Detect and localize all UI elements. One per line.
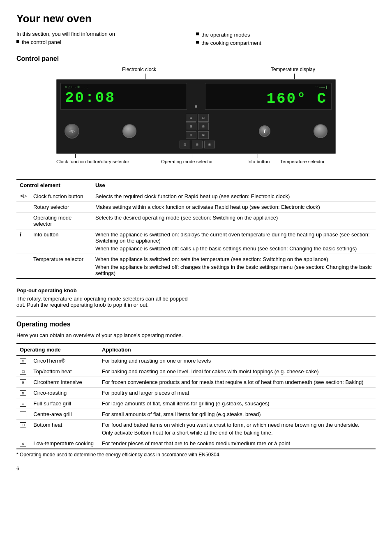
intro-text: In this section, you will find informati… xyxy=(16,31,196,37)
table-row: Operating mode selector Selects the desi… xyxy=(16,213,376,229)
op-mode-element-cell: Operating mode selector xyxy=(30,213,92,229)
mode-cell-6[interactable]: ⊠ xyxy=(198,131,209,139)
popout-text: The rotary, temperature and operating mo… xyxy=(16,296,189,308)
panel-center xyxy=(190,83,202,110)
mode-name-7: Bottom heat xyxy=(30,420,99,438)
page-title: Your new oven xyxy=(16,12,376,25)
mode-name-3: Circotherm intensive xyxy=(30,377,99,388)
footnote: * Operating mode used to determine the e… xyxy=(16,452,376,458)
info-use-cell: When the appliance is switched on: displ… xyxy=(92,229,376,254)
clock-func-btn-label: Clock function button xyxy=(56,159,100,164)
mode-app-7: For food and baked items on which you wa… xyxy=(99,420,376,438)
intro-control-panel: the control panel xyxy=(22,38,61,46)
clock-time: 20:08 xyxy=(65,90,182,106)
mode-icon-6: — xyxy=(16,409,30,420)
mode-icon-2: ☐ xyxy=(16,366,30,377)
clock-func-element-cell: Clock function button xyxy=(30,191,92,202)
temp-display: ⌒ ─══▐ 160° C xyxy=(205,83,332,110)
clock-func-use-cell: Selects the required clock function or R… xyxy=(92,191,376,202)
mode-icon-3: ⊞ xyxy=(16,377,30,388)
temp-sel-icon-cell xyxy=(16,254,30,279)
bottom-heat-app-1: For food and baked items on which you wa… xyxy=(102,422,372,428)
controls-row: ⊲▷ ⊞ ⊡ ⊞ ⊟ ⊞ ⊠ ⊡ xyxy=(60,112,332,150)
bottom-labels-row: Clock function button Rotary selector Op… xyxy=(56,154,336,171)
mode-cell-7[interactable]: ⊡ xyxy=(180,141,190,148)
mode-icon-4: ⊠ xyxy=(16,388,30,398)
table-row: ☐ Top/bottom heat For baking and roastin… xyxy=(16,366,376,377)
mode-cell-1[interactable]: ⊞ xyxy=(186,114,196,122)
operating-modes-table: Operating mode Application ⊞ CircoTherm®… xyxy=(16,343,376,449)
rotary-use-cell: Makes settings within a clock function o… xyxy=(92,202,376,213)
modes-header-application: Application xyxy=(99,344,376,356)
op-mode-label: Operating mode selector xyxy=(161,159,213,164)
mode-cell-4[interactable]: ⊟ xyxy=(198,123,209,130)
clock-func-button-icon[interactable]: ⊲▷ xyxy=(65,124,79,139)
rotary-selector-label: Rotary selector xyxy=(97,159,129,164)
table-row: Temperature selector When the appliance … xyxy=(16,254,376,279)
section-divider xyxy=(16,316,376,317)
popout-section: Pop-out operating knob The rotary, tempe… xyxy=(16,287,376,308)
bullet-icon-2 xyxy=(196,32,199,35)
op-mode-use-cell: Selects the desired operating mode (see … xyxy=(92,213,376,229)
table-row: i Info button When the appliance is swit… xyxy=(16,229,376,254)
mode-icon-1: ⊞ xyxy=(16,356,30,366)
mode-name-8: Low-temperature cooking xyxy=(30,438,99,449)
mode-cell-5[interactable]: ⊞ xyxy=(186,131,196,139)
control-table-header-use: Use xyxy=(92,179,376,191)
table-row: ☐ Bottom heat For food and baked items o… xyxy=(16,420,376,438)
bottom-heat-app-2: Only activate Bottom heat for a short wh… xyxy=(102,430,372,436)
mode-grid-bottom: ⊡ ⊟ ⊞ xyxy=(180,141,216,148)
mode-cell-2[interactable]: ⊡ xyxy=(198,114,209,122)
temp-icons: ⌒ ─══▐ xyxy=(210,86,327,90)
clock-func-icon-cell: ⊲▷ xyxy=(16,191,30,202)
temp-sel-use-line1: When the appliance is switched on: sets … xyxy=(95,256,372,262)
temp-selector-icon[interactable] xyxy=(314,124,327,138)
control-element-table: Control element Use ⊲▷ Clock function bu… xyxy=(16,179,376,279)
intro-item-modes: the operating modes xyxy=(196,31,376,39)
op-mode-icon-cell xyxy=(16,213,30,229)
mode-app-4: For poultry and larger pieces of meat xyxy=(99,388,376,398)
mode-name-4: Circo-roasting xyxy=(30,388,99,398)
temp-value: 160° C xyxy=(210,90,327,107)
info-button-icon[interactable]: i xyxy=(259,125,270,137)
table-row: ≡ Full-surface grill For large amounts o… xyxy=(16,398,376,409)
clock-icons: ⊕ △ ⊢→ ① ⋮⋮⋮ xyxy=(65,86,182,89)
info-use-line1: When the appliance is switched on: displ… xyxy=(95,231,372,244)
control-table-header-element: Control element xyxy=(16,179,92,191)
mode-app-3: For frozen convenience products and for … xyxy=(99,377,376,388)
mode-cell-9[interactable]: ⊞ xyxy=(204,141,215,148)
mode-name-1: CircoTherm® xyxy=(30,356,99,366)
intro-modes: the operating modes xyxy=(201,31,250,39)
temp-sel-use-line2: When the appliance is switched off: chan… xyxy=(95,264,372,276)
display-row: ⊕ △ ⊢→ ① ⋮⋮⋮ 20:08 ⌒ ─══▐ 160° C xyxy=(60,83,332,110)
temp-sel-use-cell: When the appliance is switched on: sets … xyxy=(92,254,376,279)
connector-line-clock xyxy=(145,74,145,79)
table-row: ⊲▷ Clock function button Selects the req… xyxy=(16,191,376,202)
modes-header-mode: Operating mode xyxy=(16,344,99,356)
mode-selector-area: ⊞ ⊡ ⊞ ⊟ ⊞ ⊠ ⊡ ⊟ ⊞ xyxy=(180,114,216,148)
mode-app-8: For tender pieces of meat that are to be… xyxy=(99,438,376,449)
electronic-clock-label: Electronic clock xyxy=(122,67,156,72)
rotary-element-cell: Rotary selector xyxy=(30,202,92,213)
table-row: — Centre-area grill For small amounts of… xyxy=(16,409,376,420)
mode-name-6: Centre-area grill xyxy=(30,409,99,420)
intro-item-compartment: the cooking compartment xyxy=(196,39,376,47)
connector-mode xyxy=(192,154,192,158)
page-number: 6 xyxy=(16,466,376,472)
table-row: ⊛ Low-temperature cooking For tender pie… xyxy=(16,438,376,449)
intro-section: In this section, you will find informati… xyxy=(16,31,376,47)
table-row: Rotary selector Makes settings within a … xyxy=(16,202,376,213)
temp-sel-label: Temperature selector xyxy=(280,159,325,164)
info-btn-label: Info button xyxy=(247,159,270,164)
intro-right: the operating modes the cooking compartm… xyxy=(196,31,376,47)
oven-outer-panel: ⊕ △ ⊢→ ① ⋮⋮⋮ 20:08 ⌒ ─══▐ 160° C ⊲▷ xyxy=(56,79,336,154)
mode-cell-8[interactable]: ⊟ xyxy=(192,141,203,148)
mode-grid: ⊞ ⊡ ⊞ ⊟ ⊞ ⊠ xyxy=(186,114,210,139)
rotary-selector-icon[interactable] xyxy=(122,124,136,138)
top-labels-row: Electronic clock Temperature display xyxy=(56,67,336,79)
table-row: ⊞ CircoTherm® For baking and roasting on… xyxy=(16,356,376,366)
intro-item-control: the control panel xyxy=(16,38,196,46)
control-panel-section: Control panel Electronic clock Temperatu… xyxy=(16,55,376,308)
mode-cell-3[interactable]: ⊞ xyxy=(186,123,196,130)
mode-icon-8: ⊛ xyxy=(16,438,30,449)
